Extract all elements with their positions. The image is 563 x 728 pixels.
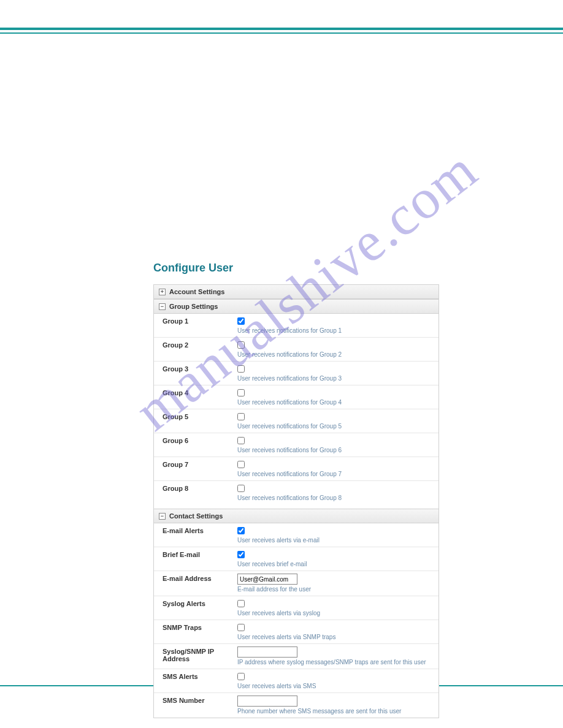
row-description: User receives notifications for Group 6 — [237, 447, 435, 453]
contact-checkbox[interactable] — [237, 600, 245, 607]
row-label: SMS Number — [154, 693, 234, 718]
configure-user-form: Configure User + Account Settings − Grou… — [153, 262, 439, 718]
group-row: Group 8User receives notifications for G… — [154, 481, 439, 504]
row-value: User receives notifications for Group 2 — [234, 338, 439, 361]
group-checkbox[interactable] — [237, 341, 245, 349]
top-rule-thick — [0, 28, 563, 30]
collapse-icon: − — [159, 303, 166, 310]
contact-row: SMS AlertsUser receives alerts via SMS — [154, 669, 439, 693]
account-settings-header[interactable]: + Account Settings — [154, 285, 439, 299]
row-description: User receives notifications for Group 4 — [237, 399, 435, 406]
row-label: Syslog Alerts — [154, 596, 234, 620]
contact-checkbox[interactable] — [237, 624, 245, 631]
row-label: Group 5 — [154, 409, 234, 433]
row-value: User receives alerts via SMS — [234, 669, 439, 692]
group-row: Group 4User receives notifications for G… — [154, 385, 439, 409]
row-value: User receives notifications for Group 8 — [234, 481, 439, 504]
group-row: Group 6User receives notifications for G… — [154, 433, 439, 457]
top-rule-thin — [0, 32, 563, 34]
row-description: User receives notifications for Group 7 — [237, 471, 435, 477]
row-description: User receives notifications for Group 8 — [237, 495, 435, 501]
contact-checkbox[interactable] — [237, 673, 245, 680]
group-checkbox[interactable] — [237, 365, 245, 373]
group-checkbox[interactable] — [237, 461, 245, 468]
contact-row: SNMP TrapsUser receives alerts via SNMP … — [154, 620, 439, 644]
row-value: User receives notifications for Group 1 — [234, 314, 439, 337]
group-settings-body: Group 1User receives notifications for G… — [154, 314, 439, 504]
collapse-icon: − — [159, 513, 166, 520]
row-label: SMS Alerts — [154, 669, 234, 692]
contact-settings-header[interactable]: − Contact Settings — [154, 509, 439, 523]
group-checkbox[interactable] — [237, 389, 245, 396]
row-description: User receives alerts via e-mail — [237, 537, 435, 544]
section-title: Account Settings — [169, 288, 224, 295]
row-value: User receives notifications for Group 5 — [234, 409, 439, 433]
contact-row: Syslog AlertsUser receives alerts via sy… — [154, 596, 439, 620]
row-description: User receives brief e-mail — [237, 561, 435, 567]
section-title: Group Settings — [169, 303, 218, 310]
row-label: Group 8 — [154, 481, 234, 504]
row-description: User receives notifications for Group 5 — [237, 423, 435, 430]
row-label: Group 1 — [154, 314, 234, 337]
group-row: Group 5User receives notifications for G… — [154, 409, 439, 433]
row-value: User receives alerts via e-mail — [234, 523, 439, 547]
row-value: User receives notifications for Group 7 — [234, 457, 439, 480]
row-value: User receives notifications for Group 6 — [234, 433, 439, 457]
row-description: E-mail address for the user — [237, 586, 435, 593]
row-value: User receives brief e-mail — [234, 547, 439, 571]
row-description: User receives alerts via SMS — [237, 683, 435, 689]
contact-row: E-mail AddressE-mail address for the use… — [154, 571, 439, 596]
text-input[interactable] — [237, 574, 297, 585]
row-value: User receives alerts via syslog — [234, 596, 439, 620]
group-row: Group 3User receives notifications for G… — [154, 362, 439, 385]
contact-settings-body: E-mail AlertsUser receives alerts via e-… — [154, 523, 439, 718]
section-gap — [154, 504, 439, 509]
row-label: E-mail Address — [154, 571, 234, 596]
group-checkbox[interactable] — [237, 485, 245, 492]
contact-checkbox[interactable] — [237, 527, 245, 534]
group-checkbox[interactable] — [237, 437, 245, 444]
row-value: E-mail address for the user — [234, 571, 439, 596]
row-label: Syslog/SNMP IP Address — [154, 644, 234, 669]
section-title: Contact Settings — [169, 512, 223, 520]
group-settings-header[interactable]: − Group Settings — [154, 299, 439, 314]
row-label: Brief E-mail — [154, 547, 234, 571]
group-row: Group 2User receives notifications for G… — [154, 338, 439, 362]
group-checkbox[interactable] — [237, 317, 245, 325]
text-input[interactable] — [237, 646, 297, 658]
contact-row: Brief E-mailUser receives brief e-mail — [154, 547, 439, 571]
row-description: User receives notifications for Group 3 — [237, 375, 435, 382]
row-description: Phone number where SMS messagess are sen… — [237, 708, 435, 715]
row-value: User receives notifications for Group 3 — [234, 362, 439, 385]
row-label: Group 2 — [154, 338, 234, 361]
row-label: Group 7 — [154, 457, 234, 480]
contact-row: E-mail AlertsUser receives alerts via e-… — [154, 523, 439, 547]
row-value: User receives alerts via SNMP traps — [234, 620, 439, 643]
group-row: Group 7User receives notifications for G… — [154, 457, 439, 481]
text-input[interactable] — [237, 696, 297, 707]
contact-checkbox[interactable] — [237, 551, 245, 558]
row-value: Phone number where SMS messagess are sen… — [234, 693, 439, 718]
row-label: Group 6 — [154, 433, 234, 457]
row-label: E-mail Alerts — [154, 523, 234, 547]
group-row: Group 1User receives notifications for G… — [154, 314, 439, 338]
row-description: IP address where syslog messages/SNMP tr… — [237, 659, 435, 665]
row-description: User receives notifications for Group 2 — [237, 351, 435, 358]
row-value: User receives notifications for Group 4 — [234, 385, 439, 409]
contact-row: Syslog/SNMP IP AddressIP address where s… — [154, 644, 439, 669]
row-label: SNMP Traps — [154, 620, 234, 643]
page-title: Configure User — [153, 262, 439, 275]
expand-icon: + — [159, 289, 166, 295]
contact-row: SMS NumberPhone number where SMS message… — [154, 693, 439, 718]
row-label: Group 4 — [154, 385, 234, 409]
row-label: Group 3 — [154, 362, 234, 385]
row-description: User receives alerts via SNMP traps — [237, 634, 435, 640]
group-checkbox[interactable] — [237, 413, 245, 420]
row-description: User receives alerts via syslog — [237, 610, 435, 616]
row-value: IP address where syslog messages/SNMP tr… — [234, 644, 439, 669]
row-description: User receives notifications for Group 1 — [237, 327, 435, 334]
settings-panel: + Account Settings − Group Settings Grou… — [153, 284, 439, 718]
